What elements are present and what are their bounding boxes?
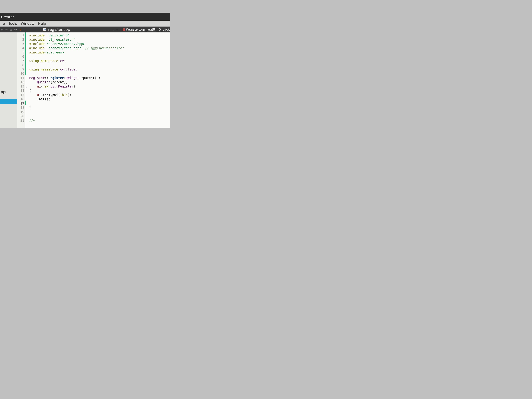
code-editor[interactable]: 12345678910111213▾1415161718192021 #incl… bbox=[17, 32, 170, 128]
symbol-name: Register::on_regBtn_5_click bbox=[126, 28, 170, 32]
menu-item-tools[interactable]: Tools bbox=[7, 21, 19, 26]
close-file-icon[interactable]: ✕ bbox=[115, 28, 119, 31]
menubar: e Tools Window Help bbox=[0, 21, 170, 27]
work-area: pp 12345678910111213▾1415161718192021 #i… bbox=[0, 32, 170, 128]
project-sidebar[interactable]: pp bbox=[0, 32, 17, 128]
file-type-icon: C++ bbox=[43, 28, 46, 32]
menu-item-edit-fragment[interactable]: e bbox=[1, 21, 7, 26]
file-switch-icon[interactable]: ⇕ bbox=[112, 28, 114, 31]
menu-item-help[interactable]: Help bbox=[36, 21, 48, 26]
chevron-left-icon[interactable]: ‹ bbox=[19, 28, 22, 31]
split-view-icon[interactable]: ⊞ bbox=[10, 28, 13, 31]
open-file-name[interactable]: register.cpp bbox=[47, 27, 70, 32]
line-number-gutter: 12345678910111213▾1415161718192021 bbox=[17, 32, 25, 128]
document-bar: ← → ⊞ ▭ ‹ C++ register.cpp ⇕ ✕ Register:… bbox=[0, 27, 170, 32]
window-title: Creator bbox=[1, 15, 14, 19]
sidebar-selected-item[interactable] bbox=[0, 99, 17, 104]
sidebar-file-fragment: pp bbox=[0, 90, 6, 94]
expand-icon[interactable]: ▭ bbox=[14, 28, 17, 31]
menu-item-window[interactable]: Window bbox=[19, 21, 36, 26]
symbol-icon bbox=[123, 28, 125, 31]
window-titlebar: Creator bbox=[0, 13, 170, 21]
symbol-selector[interactable]: Register::on_regBtn_5_click bbox=[120, 28, 170, 32]
nav-back-icon[interactable]: ← bbox=[0, 28, 3, 31]
nav-forward-icon[interactable]: → bbox=[5, 28, 8, 31]
code-content[interactable]: #include "register.h"#include "ui_regist… bbox=[26, 32, 170, 128]
